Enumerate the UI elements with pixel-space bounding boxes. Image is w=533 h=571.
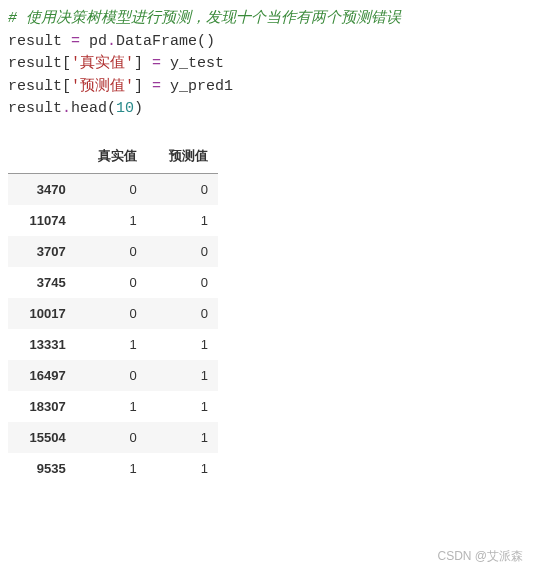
row-index: 10017 (8, 298, 76, 329)
cell: 0 (147, 267, 218, 298)
table-row: 374500 (8, 267, 218, 298)
cell: 1 (147, 453, 218, 484)
table-row: 1333111 (8, 329, 218, 360)
code-token: ] (134, 55, 143, 72)
code-token: DataFrame (116, 33, 197, 50)
cell: 0 (76, 360, 147, 391)
code-token: y_pred1 (161, 78, 233, 95)
column-header: 真实值 (76, 139, 147, 174)
row-index: 18307 (8, 391, 76, 422)
code-token: ( (107, 100, 116, 117)
table-corner (8, 139, 76, 174)
column-header: 预测值 (147, 139, 218, 174)
code-token: pd (80, 33, 107, 50)
table-row: 1649701 (8, 360, 218, 391)
cell: 0 (76, 422, 147, 453)
code-token: result (8, 78, 62, 95)
table-row: 953511 (8, 453, 218, 484)
row-index: 3745 (8, 267, 76, 298)
cell: 0 (147, 298, 218, 329)
cell: 0 (76, 173, 147, 205)
dataframe-output: 真实值 预测值 347000 1107411 370700 374500 100… (8, 139, 218, 484)
row-index: 11074 (8, 205, 76, 236)
table-row: 347000 (8, 173, 218, 205)
code-token (143, 55, 152, 72)
code-token: head (71, 100, 107, 117)
code-token: ] (134, 78, 143, 95)
code-token: ) (134, 100, 143, 117)
cell: 1 (147, 391, 218, 422)
code-token: = (71, 33, 80, 50)
dataframe-table: 真实值 预测值 347000 1107411 370700 374500 100… (8, 139, 218, 484)
code-token: '预测值' (71, 78, 134, 95)
row-index: 3470 (8, 173, 76, 205)
code-token: () (197, 33, 215, 50)
cell: 1 (147, 329, 218, 360)
cell: 0 (147, 173, 218, 205)
code-token (143, 78, 152, 95)
cell: 0 (147, 236, 218, 267)
code-token: result (8, 100, 62, 117)
row-index: 16497 (8, 360, 76, 391)
code-token: . (107, 33, 116, 50)
table-row: 370700 (8, 236, 218, 267)
code-block: # 使用决策树模型进行预测，发现十个当作有两个预测错误 result = pd.… (8, 8, 525, 121)
table-row: 1107411 (8, 205, 218, 236)
cell: 1 (147, 205, 218, 236)
cell: 1 (76, 205, 147, 236)
code-token: '真实值' (71, 55, 134, 72)
table-row: 1001700 (8, 298, 218, 329)
code-token: [ (62, 55, 71, 72)
code-token: 10 (116, 100, 134, 117)
row-index: 9535 (8, 453, 76, 484)
code-token: = (152, 78, 161, 95)
table-header-row: 真实值 预测值 (8, 139, 218, 174)
code-token: result (8, 33, 71, 50)
cell: 0 (76, 236, 147, 267)
cell: 0 (76, 267, 147, 298)
row-index: 3707 (8, 236, 76, 267)
code-comment: # 使用决策树模型进行预测，发现十个当作有两个预测错误 (8, 10, 401, 27)
code-token: . (62, 100, 71, 117)
code-token: result (8, 55, 62, 72)
row-index: 13331 (8, 329, 76, 360)
cell: 1 (76, 453, 147, 484)
code-token: = (152, 55, 161, 72)
cell: 1 (76, 329, 147, 360)
code-token: [ (62, 78, 71, 95)
row-index: 15504 (8, 422, 76, 453)
table-row: 1830711 (8, 391, 218, 422)
table-row: 1550401 (8, 422, 218, 453)
cell: 0 (76, 298, 147, 329)
cell: 1 (76, 391, 147, 422)
cell: 1 (147, 422, 218, 453)
code-token: y_test (161, 55, 224, 72)
cell: 1 (147, 360, 218, 391)
